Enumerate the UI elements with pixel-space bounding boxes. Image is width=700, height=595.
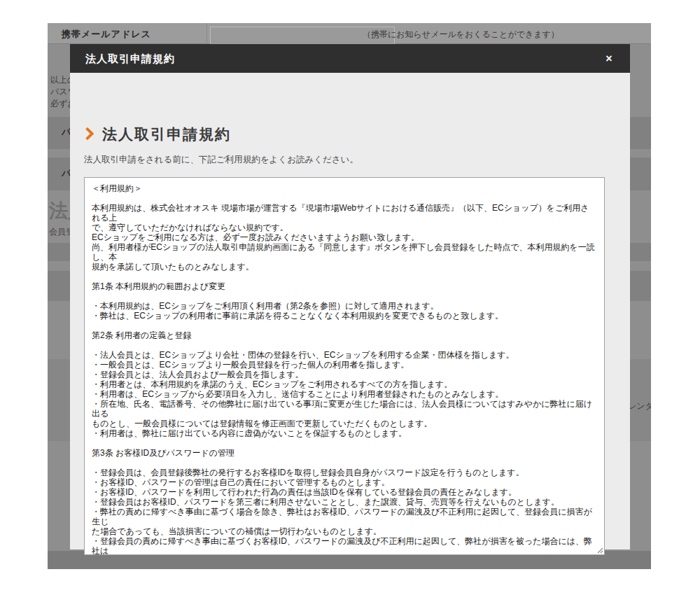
terms-instruction: 法人取引申請をされる前に、下記ご利用規約をよくお読みください。	[84, 154, 358, 166]
chevron-right-icon	[85, 127, 94, 140]
cell-divider	[206, 23, 207, 44]
resize-handle-icon[interactable]	[596, 547, 603, 554]
bg-text-fragment: レンダ	[628, 400, 651, 412]
terms-textarea-wrap: ＜利用規約＞ 本利用規約は、株式会社オオスキ 現場市場が運営する『現場市場Web…	[84, 177, 605, 555]
mobile-email-note: （携帯にお知らせメールをおくることができます）	[363, 29, 559, 41]
terms-modal: 法人取引申請規約 × 法人取引申請規約 法人取引申請をされる前に、下記ご利用規約…	[70, 44, 630, 550]
modal-heading: 法人取引申請規約	[102, 125, 231, 144]
modal-body: 法人取引申請規約 法人取引申請をされる前に、下記ご利用規約をよくお読みください。…	[70, 73, 630, 550]
mobile-email-row: 携帯メールアドレス （携帯にお知らせメールをおくることができます）	[48, 23, 651, 44]
screen: 携帯メールアドレス （携帯にお知らせメールをおくることができます） 以上の パス…	[0, 0, 700, 595]
close-icon[interactable]: ×	[601, 50, 617, 67]
modal-header: 法人取引申請規約 ×	[70, 44, 630, 73]
mobile-email-label: 携帯メールアドレス	[62, 28, 151, 41]
modal-title: 法人取引申請規約	[85, 52, 175, 66]
terms-textarea[interactable]: ＜利用規約＞ 本利用規約は、株式会社オオスキ 現場市場が運営する『現場市場Web…	[84, 177, 605, 555]
